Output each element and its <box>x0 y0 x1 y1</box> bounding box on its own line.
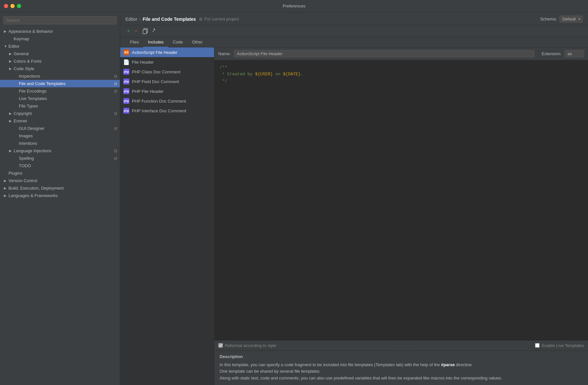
arrow-icon: ▶ <box>9 119 14 123</box>
minimize-button[interactable] <box>10 4 15 8</box>
sidebar-item-plugins[interactable]: Plugins <box>0 169 120 177</box>
sidebar-item-label: TODO <box>19 163 31 168</box>
extension-label: Extension: <box>542 51 561 56</box>
code-line-2: * Created by ${USER} on ${DATE}. <box>220 71 583 78</box>
live-templates-checkbox[interactable] <box>535 343 540 348</box>
close-button[interactable] <box>4 4 8 8</box>
sidebar-item-keymap[interactable]: Keymap <box>0 35 120 43</box>
tab-files[interactable]: Files <box>125 37 143 47</box>
sidebar-item-label: Version Control <box>8 178 37 183</box>
template-item-file-header[interactable]: 📄File Header <box>120 57 214 67</box>
tab-code[interactable]: Code <box>168 37 187 47</box>
arrow-icon: ▶ <box>9 59 14 63</box>
template-list: ASActionScript File Header📄File Headerph… <box>120 47 214 385</box>
template-extension-input[interactable] <box>565 50 584 57</box>
sidebar-item-label: Language Injections <box>14 148 51 153</box>
add-template-button[interactable]: + <box>125 28 132 35</box>
sidebar-item-label: Intentions <box>19 141 37 146</box>
template-name-input[interactable] <box>234 50 534 57</box>
sidebar-item-todo[interactable]: TODO <box>0 162 120 169</box>
breadcrumb: Editor › File and Code Templates ⊞ For c… <box>125 17 239 22</box>
arrow-icon: ▶ <box>9 149 14 153</box>
sidebar-item-appearance[interactable]: ▶Appearance & Behavior <box>0 28 120 35</box>
reset-template-button[interactable] <box>151 27 160 35</box>
arrow-icon: ▼ <box>4 44 8 48</box>
sidebar-item-label: File and Code Templates <box>19 81 66 86</box>
schema-section: Schema: Default <box>540 16 583 22</box>
sidebar-item-label: Editor <box>8 44 19 49</box>
live-templates-label: Enable Live Templates <box>542 343 584 348</box>
template-item-php-field-doc[interactable]: phpPHP Field Doc Comment <box>120 77 214 86</box>
sidebar-item-images[interactable]: Images <box>0 132 120 140</box>
sidebar-item-general[interactable]: ▶General <box>0 50 120 57</box>
sidebar-item-label: Build, Execution, Deployment <box>8 186 64 191</box>
sidebar-item-colors-fonts[interactable]: ▶Colors & Fonts <box>0 57 120 65</box>
tab-other[interactable]: Other <box>187 37 207 47</box>
schema-dropdown-wrapper[interactable]: Default <box>559 16 583 22</box>
sync-icon: ⊟ <box>114 126 117 131</box>
sidebar-item-file-types[interactable]: File Types <box>0 102 120 110</box>
project-icon: ⊞ <box>199 17 202 21</box>
sidebar-item-code-style[interactable]: ▶Code Style <box>0 65 120 72</box>
sidebar-item-intentions[interactable]: Intentions <box>0 140 120 147</box>
sync-icon: ⊟ <box>114 156 117 161</box>
sidebar-item-languages-frameworks[interactable]: ▶Languages & Frameworks <box>0 192 120 199</box>
template-item-label: File Header <box>132 60 154 65</box>
php-icon: php <box>123 88 129 94</box>
breadcrumb-editor: Editor <box>125 17 137 22</box>
arrow-icon: ▶ <box>9 52 14 56</box>
sidebar-item-language-injections[interactable]: ▶Language Injections⊟ <box>0 147 120 155</box>
template-item-label: ActionScript File Header <box>132 50 177 55</box>
code-editor[interactable]: /** * Created by ${USER} on ${DATE}. */ <box>214 60 588 340</box>
window-title: Preferences <box>283 4 305 8</box>
sidebar-item-live-templates[interactable]: Live Templates <box>0 95 120 102</box>
php-icon: php <box>123 69 129 75</box>
sidebar-item-version-control[interactable]: ▶Version Control <box>0 177 120 184</box>
toolbar: + − <box>120 25 588 37</box>
template-item-php-interface-doc[interactable]: phpPHP Interface Doc Comment <box>120 106 214 116</box>
name-extension-bar: Name: Extension: <box>214 47 588 60</box>
reformat-checkbox[interactable] <box>218 343 223 348</box>
sidebar-item-copyright[interactable]: ▶Copyright⊟ <box>0 110 120 117</box>
template-item-label: PHP Field Doc Comment <box>132 79 179 84</box>
sidebar-nav: ▶Appearance & BehaviorKeymap▼Editor▶Gene… <box>0 28 120 199</box>
as-icon: AS <box>123 49 129 55</box>
sidebar-item-emmet[interactable]: ▶Emmet <box>0 117 120 125</box>
dotted-divider: · · · · · <box>286 344 525 347</box>
copy-template-button[interactable] <box>141 27 150 35</box>
maximize-button[interactable] <box>17 4 21 8</box>
sidebar-item-editor[interactable]: ▼Editor <box>0 43 120 50</box>
reformat-option[interactable]: Reformat according to style <box>218 343 276 348</box>
live-templates-option[interactable]: Enable Live Templates <box>535 343 584 348</box>
arrow-icon: ▶ <box>9 112 14 115</box>
template-item-php-class-doc[interactable]: phpPHP Class Doc Comment <box>120 67 214 77</box>
sidebar-item-file-code-templates[interactable]: File and Code Templates⊟ <box>0 80 120 87</box>
search-input[interactable] <box>3 16 117 24</box>
sync-icon: ⊟ <box>114 81 117 86</box>
sidebar-item-label: Copyright <box>14 111 32 116</box>
sync-icon: ⊟ <box>114 111 117 116</box>
arrow-icon: ▶ <box>9 67 14 70</box>
sidebar-item-build-execution[interactable]: ▶Build, Execution, Deployment <box>0 184 120 192</box>
template-item-actionscript-header[interactable]: ASActionScript File Header <box>120 47 214 57</box>
sidebar-item-inspections[interactable]: Inspections⊟ <box>0 72 120 80</box>
code-line-1: /** <box>220 64 583 71</box>
template-item-php-function-doc[interactable]: phpPHP Function Doc Comment <box>120 96 214 106</box>
arrow-icon: ▶ <box>4 30 8 33</box>
main-layout: ▶Appearance & BehaviorKeymap▼Editor▶Gene… <box>0 12 588 385</box>
for-project-label: For current project <box>204 17 239 21</box>
sync-icon: ⊟ <box>114 149 117 153</box>
svg-rect-1 <box>143 30 147 34</box>
sidebar-item-label: File Encodings <box>19 89 46 93</box>
remove-template-button[interactable]: − <box>133 28 139 35</box>
template-item-php-file-header[interactable]: phpPHP File Header <box>120 86 214 96</box>
schema-dropdown[interactable]: Default <box>559 16 583 22</box>
php-icon: php <box>123 79 129 84</box>
sidebar-item-spelling[interactable]: Spelling⊟ <box>0 155 120 162</box>
sidebar-item-gui-designer[interactable]: GUI Designer⊟ <box>0 125 120 132</box>
schema-label: Schema: <box>540 17 557 21</box>
sidebar-item-label: Images <box>19 133 33 138</box>
sidebar-item-file-encodings[interactable]: File Encodings⊟ <box>0 87 120 95</box>
tab-includes[interactable]: Includes <box>143 37 168 47</box>
arrow-icon: ▶ <box>4 194 8 197</box>
